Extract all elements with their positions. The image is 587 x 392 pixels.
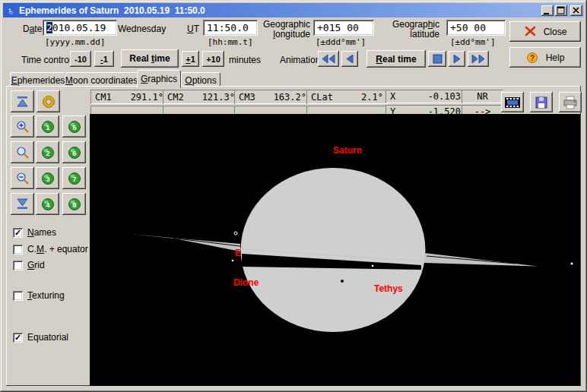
svg-text:3: 3 [46,174,49,182]
time-control-label: Time control [21,55,71,65]
cm2-readout: CM2121.3° [163,90,240,104]
save-button[interactable] [530,92,553,112]
latitude-input[interactable]: +50 00 [446,20,506,36]
checkbox-texturing[interactable]: Texturing [13,290,65,301]
green-sphere-icon: 5 [68,120,81,134]
tab-graphics[interactable]: Graphics [137,70,181,88]
checkbox-names-box[interactable]: ✓ [13,228,23,238]
saturn-view: Saturn E Dione Tethys [90,114,580,386]
checkbox-equatorial[interactable]: ✓ Equatorial [13,332,68,343]
stop-icon [433,54,443,64]
maximize-icon [556,6,566,15]
zoom-out-button[interactable] [11,167,34,189]
moon-button-6[interactable]: 6 [62,141,86,163]
moon-dot [372,265,374,267]
svg-text:8: 8 [72,200,76,208]
maximize-button[interactable] [555,5,567,16]
checkbox-grid[interactable]: Grid [13,260,45,270]
animation-label: Animation [280,55,320,65]
window-close-button[interactable] [570,5,582,16]
svg-text:4: 4 [46,200,50,208]
animation-fast-rewind-button[interactable] [318,51,339,67]
tab-options[interactable]: Options [181,72,221,87]
ut-input[interactable]: 11:50.0 [203,20,258,36]
rings-toggle-button[interactable] [36,90,60,112]
svg-text:1: 1 [46,122,50,131]
moon-button-3[interactable]: 3 [36,167,59,189]
date-label: Date [23,24,42,34]
label-saturn: Saturn [333,145,362,156]
moon-button-1[interactable]: 1 [36,115,59,138]
app-window: ♄ Ephemerides of Saturn 2010.05.19 11:50… [0,0,587,392]
help-button[interactable]: ? Help [509,47,581,68]
longitude-label: Geographiclongitude [259,20,310,40]
magnifier-icon [16,146,30,160]
date-format-hint: [yyyy.mm.dd] [45,37,105,47]
green-sphere-icon: 8 [68,198,81,211]
longitude-input[interactable]: +015 00 [313,20,374,36]
animation-stop-button[interactable] [428,51,446,67]
clat-readout: CLat2.1° [306,90,388,104]
close-button[interactable]: Close [509,21,581,42]
time-minus-10-button[interactable]: -10 [70,51,91,67]
help-question-icon: ? [526,52,538,64]
date-input[interactable]: 2010.05.19 [43,20,117,36]
floppy-disk-icon [535,96,548,109]
moon-button-5[interactable]: 5 [62,115,86,138]
green-sphere-icon: 2 [41,146,55,160]
zoom-reset-button[interactable] [11,141,34,163]
cm1-readout: CM1291.1° [90,90,168,104]
printer-icon [563,96,578,109]
animation-play-button[interactable] [449,51,465,67]
saturn-graphics-canvas[interactable]: Saturn E Dione Tethys [90,114,580,386]
checkbox-grid-box[interactable] [13,261,23,270]
moon-button-8[interactable]: 8 [62,193,86,215]
moon-button-4[interactable]: 4 [36,193,59,215]
print-button[interactable] [559,92,582,112]
latitude-label: Geographiclatitude [388,20,439,40]
movie-button[interactable] [501,92,524,112]
title-bar[interactable]: ♄ Ephemerides of Saturn 2010.05.19 11:50… [3,3,584,17]
date-selection: 2 [46,22,52,33]
checkbox-cm-equator-box[interactable] [13,245,23,254]
time-minus-1-button[interactable]: -1 [94,51,114,67]
close-x-icon [571,6,582,15]
time-real-time-button[interactable]: Real time [121,49,179,68]
green-sphere-icon: 1 [41,120,55,134]
ring-left-ansa [129,234,240,251]
play-icon [452,54,462,64]
checkbox-cm-equator[interactable]: C.M. + equator [13,244,88,254]
green-sphere-icon: 3 [41,172,55,185]
label-dione: Dione [233,277,259,288]
animation-rewind-button[interactable] [341,51,358,67]
film-strip-icon [504,96,521,109]
red-x-icon [524,26,538,37]
moon-button-7[interactable]: 7 [62,167,86,189]
ring-left-gap [173,239,240,247]
animation-real-time-button[interactable]: Real time [366,50,426,68]
label-enceladus: E [235,248,241,258]
moon-dot [234,232,237,235]
minimize-button[interactable] [541,5,554,16]
zoom-in-button[interactable] [11,115,34,138]
checkbox-equatorial-box[interactable]: ✓ [13,333,23,343]
svg-text:2: 2 [46,148,49,156]
animation-fast-forward-button[interactable] [468,51,489,67]
cm3-readout: CM3163.2° [234,90,311,104]
ring-right-ansa [424,253,538,267]
checkbox-names[interactable]: ✓ Names [13,227,56,238]
go-south-pole-button[interactable] [11,193,34,215]
triangle-up-to-line-icon [16,95,29,108]
green-sphere-icon: 4 [41,198,55,211]
zoom-in-icon [16,120,30,134]
tab-ephemerides[interactable]: Ephemerides [10,72,66,87]
minimize-icon [542,6,553,15]
tab-moon-coordinates[interactable]: Moon coordinates [65,72,138,87]
moon-dot [232,260,234,262]
svg-text:5: 5 [72,122,77,131]
time-plus-10-button[interactable]: +10 [202,51,224,67]
time-plus-1-button[interactable]: +1 [182,51,199,67]
moon-button-2[interactable]: 2 [36,141,59,163]
go-north-pole-button[interactable] [11,90,34,112]
checkbox-texturing-box[interactable] [13,291,23,301]
